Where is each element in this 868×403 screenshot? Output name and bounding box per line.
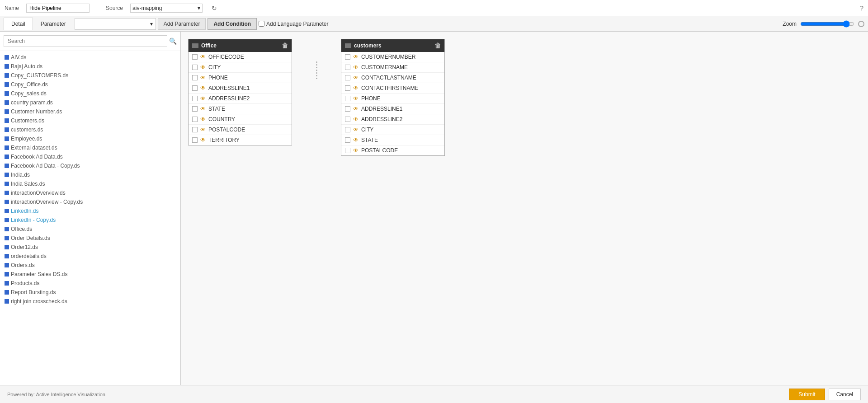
eye-icon[interactable]: 👁: [200, 64, 206, 70]
dataset-item[interactable]: Order12.ds: [0, 243, 180, 252]
field-checkbox[interactable]: [192, 65, 198, 70]
dataset-icon: [5, 218, 9, 222]
field-checkbox[interactable]: [192, 117, 198, 122]
eye-icon[interactable]: 👁: [353, 75, 359, 81]
zoom-slider[interactable]: [800, 20, 854, 28]
dataset-icon: [5, 281, 9, 286]
help-icon[interactable]: ?: [860, 5, 863, 12]
field-name: STATE: [208, 106, 225, 112]
eye-icon[interactable]: 👁: [200, 85, 206, 91]
eye-icon[interactable]: 👁: [200, 95, 206, 102]
tab-parameter[interactable]: Parameter: [33, 18, 74, 30]
dataset-item[interactable]: India.ds: [0, 170, 180, 179]
dataset-name: Copy_sales.ds: [11, 90, 47, 97]
eye-icon[interactable]: 👁: [353, 137, 359, 143]
dataset-item[interactable]: LinkedIn.ds: [0, 206, 180, 216]
field-checkbox[interactable]: [192, 137, 198, 143]
field-checkbox[interactable]: [192, 54, 198, 60]
cancel-button[interactable]: Cancel: [829, 389, 861, 400]
eye-icon[interactable]: 👁: [353, 106, 359, 112]
dataset-item[interactable]: Copy_CUSTOMERS.ds: [0, 71, 180, 80]
dataset-name: AIV.ds: [11, 54, 26, 61]
eye-icon[interactable]: 👁: [200, 127, 206, 133]
dataset-item[interactable]: Products.ds: [0, 279, 180, 288]
dataset-item[interactable]: Report Bursting.ds: [0, 288, 180, 297]
table-row: 👁 ADDRESSLINE1: [189, 83, 292, 94]
eye-icon[interactable]: 👁: [200, 116, 206, 122]
add-condition-button[interactable]: Add Condition: [208, 18, 257, 30]
dataset-name: Employee.ds: [11, 136, 42, 142]
dataset-name: Customer Number.ds: [11, 108, 62, 115]
field-checkbox[interactable]: [192, 96, 198, 101]
dataset-item[interactable]: External dataset.ds: [0, 143, 180, 152]
dataset-item[interactable]: Office.ds: [0, 225, 180, 234]
dataset-item[interactable]: LinkedIn - Copy.ds: [0, 216, 180, 225]
dataset-icon: [5, 82, 9, 87]
field-checkbox[interactable]: [192, 85, 198, 91]
dataset-item[interactable]: Copy_sales.ds: [0, 89, 180, 98]
eye-icon[interactable]: 👁: [353, 64, 359, 70]
field-checkbox[interactable]: [345, 117, 350, 122]
field-checkbox[interactable]: [192, 106, 198, 112]
dataset-item[interactable]: Facebook Ad Data - Copy.ds: [0, 161, 180, 170]
refresh-icon[interactable]: ↻: [212, 5, 217, 12]
dataset-item[interactable]: country param.ds: [0, 98, 180, 107]
add-language-checkbox[interactable]: [259, 21, 264, 27]
dataset-item[interactable]: Orders.ds: [0, 261, 180, 270]
eye-icon[interactable]: 👁: [353, 95, 359, 102]
tab-dropdown[interactable]: ▾: [75, 18, 156, 30]
search-icon[interactable]: 🔍: [169, 37, 177, 45]
submit-button[interactable]: Submit: [789, 389, 825, 400]
dataset-name: LinkedIn - Copy.ds: [11, 217, 56, 223]
dataset-item[interactable]: interactionOverview.ds: [0, 188, 180, 197]
add-parameter-button[interactable]: Add Parameter: [158, 18, 206, 30]
table-row: 👁 ADDRESSLINE2: [341, 114, 444, 125]
dataset-item[interactable]: Facebook Ad Data.ds: [0, 152, 180, 161]
field-checkbox[interactable]: [345, 137, 350, 143]
field-checkbox[interactable]: [345, 75, 350, 80]
dataset-icon: [5, 127, 9, 132]
dataset-item[interactable]: Customers.ds: [0, 116, 180, 125]
eye-icon[interactable]: 👁: [200, 75, 206, 81]
eye-icon[interactable]: 👁: [200, 137, 206, 143]
eye-icon[interactable]: 👁: [353, 116, 359, 122]
dataset-icon: [5, 191, 9, 195]
eye-icon[interactable]: 👁: [353, 127, 359, 133]
customers-delete-icon[interactable]: 🗑: [434, 42, 441, 49]
dataset-item[interactable]: Customer Number.ds: [0, 107, 180, 116]
field-checkbox[interactable]: [345, 54, 350, 60]
field-checkbox[interactable]: [345, 127, 350, 132]
dataset-icon: [5, 245, 9, 249]
field-checkbox[interactable]: [192, 127, 198, 132]
office-delete-icon[interactable]: 🗑: [282, 42, 288, 49]
tab-detail[interactable]: Detail: [4, 18, 33, 30]
eye-icon[interactable]: 👁: [200, 54, 206, 60]
dataset-item[interactable]: right join crosscheck.ds: [0, 297, 180, 306]
source-dropdown[interactable]: aiv-mapping ▾: [130, 4, 203, 13]
pipeline-name-input[interactable]: [26, 4, 90, 13]
dataset-item[interactable]: Bajaj Auto.ds: [0, 62, 180, 71]
dataset-item[interactable]: orderdetails.ds: [0, 252, 180, 261]
eye-icon[interactable]: 👁: [353, 147, 359, 154]
eye-icon[interactable]: 👁: [353, 85, 359, 91]
field-checkbox[interactable]: [345, 148, 350, 153]
dataset-item[interactable]: Parameter Sales DS.ds: [0, 270, 180, 279]
dataset-item[interactable]: India Sales.ds: [0, 179, 180, 188]
search-input[interactable]: [4, 35, 167, 47]
zoom-wrap: Zoom: [783, 20, 864, 28]
dataset-item[interactable]: interactionOverview - Copy.ds: [0, 197, 180, 206]
dataset-item[interactable]: AIV.ds: [0, 53, 180, 62]
dataset-item[interactable]: Employee.ds: [0, 134, 180, 143]
customers-table: customers 🗑 👁 CUSTOMERNUMBER 👁 CUSTOMERN…: [341, 39, 445, 156]
field-checkbox[interactable]: [345, 106, 350, 112]
field-checkbox[interactable]: [345, 85, 350, 91]
dataset-item[interactable]: customers.ds: [0, 125, 180, 134]
eye-icon[interactable]: 👁: [353, 54, 359, 60]
dataset-item[interactable]: Order Details.ds: [0, 234, 180, 243]
eye-icon[interactable]: 👁: [200, 106, 206, 112]
field-checkbox[interactable]: [192, 75, 198, 80]
field-checkbox[interactable]: [345, 65, 350, 70]
field-checkbox[interactable]: [345, 96, 350, 101]
dataset-name: customers.ds: [11, 127, 43, 133]
dataset-item[interactable]: Copy_Office.ds: [0, 80, 180, 89]
